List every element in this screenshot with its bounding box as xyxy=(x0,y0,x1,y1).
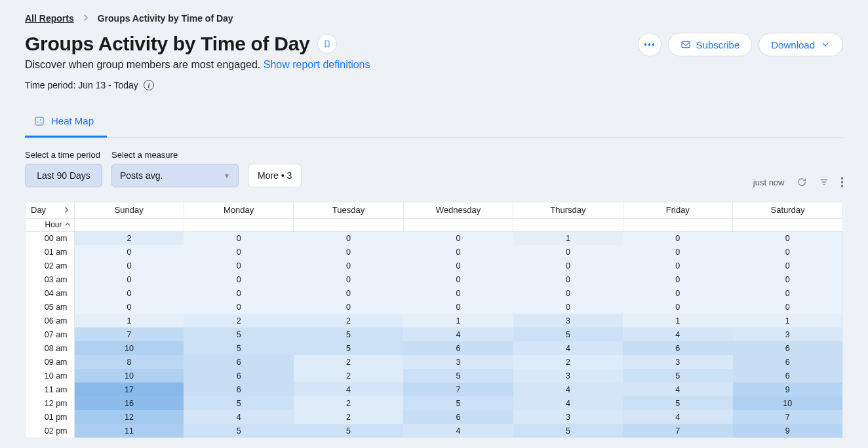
heatmap-cell[interactable]: 0 xyxy=(294,286,403,300)
heatmap-cell[interactable]: 3 xyxy=(513,369,623,383)
heatmap-cell[interactable]: 2 xyxy=(184,314,293,327)
heatmap-cell[interactable]: 0 xyxy=(513,245,623,259)
heatmap-cell[interactable]: 4 xyxy=(513,383,623,396)
breadcrumb-root-link[interactable]: All Reports xyxy=(25,13,74,24)
heatmap-cell[interactable]: 5 xyxy=(184,424,293,438)
day-header[interactable]: Thursday xyxy=(513,202,623,218)
measure-select[interactable]: Posts avg. ▼ xyxy=(111,164,239,187)
heatmap-cell[interactable]: 0 xyxy=(184,272,293,286)
heatmap-cell[interactable]: 3 xyxy=(403,355,513,369)
refresh-button[interactable] xyxy=(797,177,807,187)
subscribe-button[interactable]: Subscribe xyxy=(668,33,753,56)
heatmap-cell[interactable]: 0 xyxy=(513,272,623,286)
heatmap-cell[interactable]: 6 xyxy=(403,341,513,355)
heatmap-cell[interactable]: 16 xyxy=(74,396,184,410)
heatmap-cell[interactable]: 3 xyxy=(733,327,842,341)
heatmap-cell[interactable]: 0 xyxy=(74,272,184,286)
day-header[interactable]: Sunday xyxy=(74,202,184,218)
heatmap-cell[interactable]: 0 xyxy=(403,300,513,314)
heatmap-cell[interactable]: 5 xyxy=(513,327,623,341)
heatmap-cell[interactable]: 5 xyxy=(184,396,293,410)
heatmap-cell[interactable]: 10 xyxy=(733,396,842,410)
heatmap-cell[interactable]: 4 xyxy=(184,410,293,424)
day-header[interactable]: Tuesday xyxy=(294,202,403,218)
heatmap-cell[interactable]: 6 xyxy=(184,355,293,369)
heatmap-cell[interactable]: 2 xyxy=(294,314,403,327)
heatmap-cell[interactable]: 0 xyxy=(733,300,842,314)
heatmap-cell[interactable]: 4 xyxy=(403,327,513,341)
heatmap-cell[interactable]: 0 xyxy=(623,286,732,300)
heatmap-cell[interactable]: 1 xyxy=(623,314,732,327)
day-header[interactable]: Saturday xyxy=(733,202,842,218)
heatmap-cell[interactable]: 4 xyxy=(513,341,623,355)
day-header[interactable]: Friday xyxy=(623,202,732,218)
heatmap-cell[interactable]: 6 xyxy=(733,341,842,355)
day-header[interactable]: Monday xyxy=(184,202,293,218)
heatmap-cell[interactable]: 0 xyxy=(294,259,403,272)
heatmap-cell[interactable]: 0 xyxy=(294,300,403,314)
heatmap-cell[interactable]: 4 xyxy=(513,396,623,410)
options-button[interactable] xyxy=(841,177,844,187)
heatmap-cell[interactable]: 6 xyxy=(403,410,513,424)
heatmap-cell[interactable]: 3 xyxy=(513,410,623,424)
heatmap-cell[interactable]: 3 xyxy=(513,314,623,327)
heatmap-cell[interactable]: 5 xyxy=(184,341,293,355)
heatmap-cell[interactable]: 6 xyxy=(623,341,732,355)
heatmap-cell[interactable]: 0 xyxy=(74,245,184,259)
heatmap-cell[interactable]: 0 xyxy=(513,300,623,314)
heatmap-cell[interactable]: 7 xyxy=(74,327,184,341)
heatmap-cell[interactable]: 0 xyxy=(623,300,732,314)
heatmap-cell[interactable]: 4 xyxy=(623,383,732,396)
heatmap-cell[interactable]: 5 xyxy=(403,396,513,410)
heatmap-cell[interactable]: 5 xyxy=(623,396,732,410)
heatmap-cell[interactable]: 2 xyxy=(294,369,403,383)
filter-button[interactable] xyxy=(819,177,829,187)
heatmap-cell[interactable]: 0 xyxy=(733,245,842,259)
heatmap-cell[interactable]: 6 xyxy=(733,369,842,383)
heatmap-cell[interactable]: 5 xyxy=(513,424,623,438)
heatmap-cell[interactable]: 0 xyxy=(74,259,184,272)
heatmap-cell[interactable]: 10 xyxy=(74,341,184,355)
heatmap-cell[interactable]: 0 xyxy=(184,245,293,259)
heatmap-cell[interactable]: 2 xyxy=(74,231,184,245)
heatmap-cell[interactable]: 0 xyxy=(74,300,184,314)
heatmap-cell[interactable]: 0 xyxy=(294,231,403,245)
hour-column-header[interactable]: Hour xyxy=(26,218,74,231)
heatmap-cell[interactable]: 5 xyxy=(184,327,293,341)
heatmap-cell[interactable]: 0 xyxy=(74,286,184,300)
heatmap-cell[interactable]: 1 xyxy=(403,314,513,327)
heatmap-cell[interactable]: 4 xyxy=(623,327,732,341)
heatmap-cell[interactable]: 0 xyxy=(294,272,403,286)
heatmap-cell[interactable]: 0 xyxy=(513,259,623,272)
day-header[interactable]: Wednesday xyxy=(403,202,513,218)
heatmap-cell[interactable]: 0 xyxy=(184,300,293,314)
heatmap-cell[interactable]: 1 xyxy=(733,314,842,327)
heatmap-cell[interactable]: 0 xyxy=(403,272,513,286)
heatmap-cell[interactable]: 4 xyxy=(294,383,403,396)
heatmap-cell[interactable]: 0 xyxy=(623,272,732,286)
heatmap-cell[interactable]: 6 xyxy=(184,369,293,383)
download-button[interactable]: Download xyxy=(759,33,843,56)
heatmap-cell[interactable]: 5 xyxy=(403,369,513,383)
heatmap-cell[interactable]: 0 xyxy=(623,259,732,272)
more-filters-button[interactable]: More • 3 xyxy=(248,164,302,187)
heatmap-cell[interactable]: 7 xyxy=(403,383,513,396)
heatmap-cell[interactable]: 9 xyxy=(733,383,842,396)
heatmap-cell[interactable]: 0 xyxy=(513,286,623,300)
heatmap-cell[interactable]: 0 xyxy=(184,231,293,245)
heatmap-cell[interactable]: 0 xyxy=(733,272,842,286)
heatmap-cell[interactable]: 7 xyxy=(623,424,732,438)
heatmap-cell[interactable]: 4 xyxy=(623,410,732,424)
heatmap-cell[interactable]: 6 xyxy=(733,355,842,369)
heatmap-cell[interactable]: 0 xyxy=(403,286,513,300)
heatmap-cell[interactable]: 0 xyxy=(294,245,403,259)
heatmap-cell[interactable]: 5 xyxy=(294,424,403,438)
heatmap-cell[interactable]: 0 xyxy=(623,231,732,245)
tab-heatmap[interactable]: Heat Map xyxy=(25,109,107,138)
heatmap-cell[interactable]: 2 xyxy=(294,355,403,369)
heatmap-cell[interactable]: 6 xyxy=(184,383,293,396)
heatmap-cell[interactable]: 1 xyxy=(74,314,184,327)
heatmap-cell[interactable]: 0 xyxy=(733,231,842,245)
heatmap-cell[interactable]: 5 xyxy=(623,369,732,383)
heatmap-cell[interactable]: 10 xyxy=(74,369,184,383)
